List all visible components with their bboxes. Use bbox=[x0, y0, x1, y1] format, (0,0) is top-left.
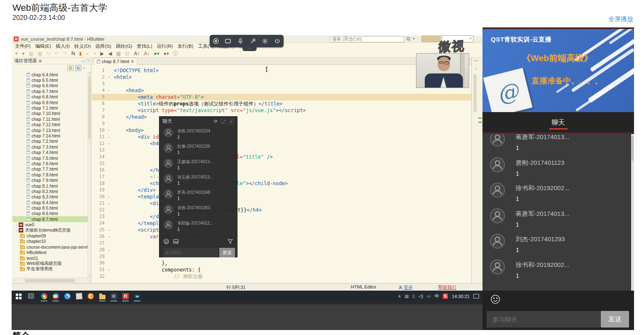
redo-icon[interactable]: ↷ bbox=[63, 51, 67, 56]
video-player[interactable]: H vue_course_test/chap 8.7.html - HBuild… bbox=[12, 27, 482, 330]
tree-item[interactable]: chap 7.3.html bbox=[12, 144, 88, 149]
undo-icon[interactable]: ↶ bbox=[55, 51, 59, 56]
microphone-icon[interactable] bbox=[236, 37, 245, 45]
run-in-browser-icon[interactable]: ●▾ bbox=[154, 51, 159, 56]
scroll-down-icon[interactable]: ˅ bbox=[89, 275, 91, 278]
fullscreen-play-link[interactable]: 全屏播放 bbox=[608, 15, 633, 23]
menu-item-1[interactable]: 编辑(E) bbox=[35, 43, 51, 49]
toolbar-extra-button[interactable] bbox=[421, 36, 441, 42]
link-editor-button[interactable]: ⇆ bbox=[75, 65, 81, 71]
menu-item-3[interactable]: 转义(O) bbox=[74, 43, 91, 49]
scrollbar-thumb[interactable] bbox=[88, 77, 91, 139]
tree-item[interactable]: 学生管理系统 bbox=[12, 267, 88, 272]
taskbar-app-settings-app[interactable] bbox=[108, 291, 120, 302]
tree-item[interactable]: chap 7.10.html bbox=[12, 111, 88, 116]
run-debug-icon[interactable]: ●▾ bbox=[164, 51, 169, 56]
tree-item[interactable]: test11 bbox=[12, 255, 88, 261]
tab-chap-8-7[interactable]: chap 8.7.html ⊠ bbox=[93, 58, 137, 65]
run-icon[interactable]: ▶ bbox=[100, 51, 104, 56]
scroll-left-icon[interactable]: ‹ bbox=[13, 279, 15, 282]
font-increase-icon[interactable]: A↑ bbox=[134, 51, 140, 56]
tree-item[interactable]: chap 7.2.html bbox=[12, 139, 88, 144]
search-options-caret-icon[interactable]: ▾ bbox=[413, 37, 415, 41]
tree-item[interactable]: Web前端高级页面 bbox=[12, 261, 88, 266]
scroll-up-icon[interactable]: ˄ bbox=[475, 67, 477, 71]
taskbar-app-whale-app[interactable] bbox=[131, 291, 143, 302]
tree-item[interactable]: chap 7.7.html bbox=[12, 166, 88, 172]
chat-tab[interactable]: 聊天 bbox=[552, 118, 565, 127]
scrollbar-thumb[interactable] bbox=[632, 136, 634, 161]
annotation-mark[interactable] bbox=[478, 117, 482, 119]
menu-item-4[interactable]: 选择(S) bbox=[95, 43, 111, 49]
tree-item[interactable]: chap 8.2.html bbox=[12, 188, 88, 194]
chat-input[interactable] bbox=[487, 311, 601, 328]
code-area[interactable]: I 1<!DOCTYPE html>2−<html>34− <head>5 <m… bbox=[92, 65, 471, 283]
fold-icon[interactable]: − bbox=[106, 233, 111, 240]
tree-vertical-scrollbar[interactable]: ˄˅ bbox=[88, 72, 91, 278]
tree-item[interactable]: chap 6.5.html bbox=[12, 77, 88, 83]
settings-icon[interactable] bbox=[261, 37, 269, 45]
fold-icon[interactable]: − bbox=[106, 140, 111, 147]
filter-icon[interactable] bbox=[227, 238, 233, 245]
save-icon[interactable]: ▦ bbox=[29, 51, 33, 56]
task-view-button[interactable] bbox=[28, 293, 34, 298]
scrollbar-thumb[interactable] bbox=[25, 279, 75, 282]
fold-icon[interactable]: − bbox=[106, 134, 111, 140]
screen-share-icon[interactable] bbox=[224, 37, 232, 45]
layout-icon[interactable]: ▦ bbox=[116, 51, 121, 56]
panel-menu-caret-icon[interactable]: ˅ bbox=[83, 66, 85, 70]
new-file-icon[interactable]: + bbox=[15, 51, 18, 56]
send-button[interactable]: 发送 bbox=[601, 311, 629, 328]
tree-item[interactable]: chap 7.12.html bbox=[12, 122, 88, 127]
refresh-icon[interactable]: ↻ bbox=[47, 51, 51, 56]
tree-item[interactable]: chap 7.4.html bbox=[12, 149, 88, 155]
menu-item-2[interactable]: 插入(I) bbox=[56, 43, 70, 49]
fold-icon[interactable]: − bbox=[106, 87, 111, 94]
taskbar-app-notes[interactable] bbox=[73, 291, 85, 302]
tree-item[interactable]: chap 6.4.html bbox=[12, 72, 88, 77]
tray-volume-icon[interactable]: ◁) bbox=[419, 294, 423, 298]
back-icon[interactable]: ◀ bbox=[108, 51, 112, 56]
search-icon[interactable] bbox=[406, 37, 411, 42]
tree-item[interactable]: chap 7.6.html bbox=[12, 161, 88, 166]
ime-indicator[interactable]: 中 bbox=[434, 293, 439, 299]
scroll-right-icon[interactable]: › bbox=[89, 279, 90, 282]
taskbar-app-chrome-beta[interactable] bbox=[50, 291, 61, 302]
taskbar-app-sogou-search[interactable] bbox=[85, 291, 96, 302]
editor-scrollbar-thumb[interactable] bbox=[473, 74, 477, 112]
emoji-icon[interactable] bbox=[490, 294, 501, 305]
close-icon[interactable]: × bbox=[229, 119, 234, 124]
tree-item[interactable]: HBuildtext bbox=[12, 250, 88, 255]
sogou-ime-icon[interactable]: S bbox=[443, 293, 448, 299]
fold-icon[interactable]: − bbox=[106, 227, 111, 233]
tray-power-icon[interactable]: ▯ bbox=[412, 294, 415, 298]
tree-item[interactable]: chap 8.6.html bbox=[12, 211, 88, 216]
menu-item-8[interactable]: 发行(B) bbox=[177, 43, 193, 49]
taskbar-app-chrome[interactable] bbox=[38, 291, 50, 302]
font-decrease-icon[interactable]: A↓ bbox=[144, 51, 149, 56]
annotation-mark[interactable] bbox=[478, 122, 482, 123]
tree-horizontal-scrollbar[interactable]: ‹› bbox=[12, 278, 91, 283]
tree-item[interactable]: chap 8.7.html bbox=[12, 216, 88, 222]
tree-item[interactable]: chap 7.9.html bbox=[12, 177, 88, 183]
taskbar-app-file-explorer[interactable] bbox=[96, 291, 108, 302]
emoji-icon[interactable] bbox=[163, 238, 169, 245]
taskbar-app-qq-browser[interactable] bbox=[61, 291, 73, 302]
format-icon[interactable]: N bbox=[71, 51, 75, 56]
overlay-chat-header[interactable]: 聊天 ⟳ ⤢ × bbox=[159, 117, 237, 126]
next-position-icon[interactable]: ¬ bbox=[93, 51, 96, 56]
fold-icon[interactable]: − bbox=[106, 74, 111, 81]
tree-item[interactable]: ›Wvue0 bbox=[12, 222, 88, 227]
tray-keyboard-icon[interactable]: ▤ bbox=[405, 294, 409, 298]
tree-item[interactable]: chap 6.8.html bbox=[12, 94, 88, 100]
tree-item[interactable]: chap 6.9.html bbox=[12, 100, 88, 105]
tree-item[interactable]: chap 7.14.html bbox=[12, 133, 88, 138]
overlay-send-button[interactable]: 发送 bbox=[219, 248, 235, 257]
collapse-all-button[interactable]: ⊟ bbox=[67, 65, 73, 71]
fold-icon[interactable]: − bbox=[106, 127, 111, 134]
menu-item-5[interactable]: 跳转(G) bbox=[116, 43, 132, 49]
about-icon[interactable]: ⓘ bbox=[173, 51, 178, 56]
image-icon[interactable] bbox=[173, 238, 179, 245]
tree-item[interactable]: chap 8.3.html bbox=[12, 194, 88, 200]
tree-item[interactable]: chap 7.1.html bbox=[12, 105, 88, 110]
